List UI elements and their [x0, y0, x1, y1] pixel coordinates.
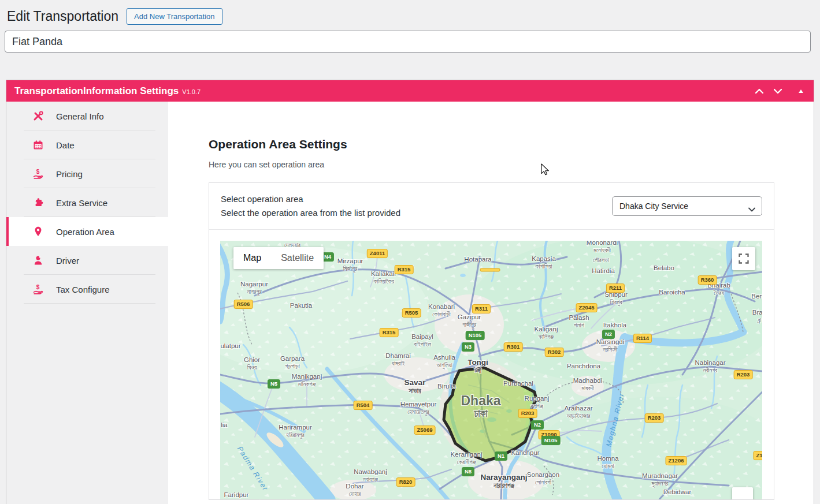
map-label: Shibpurশিবপুর	[604, 291, 628, 305]
map-label: Purbachal	[503, 380, 533, 387]
road-badge: Z1206	[666, 456, 687, 465]
map-label: Meghna River	[604, 392, 626, 447]
metabox-header[interactable]: TransportationInformation SettingsV1.0.7	[6, 80, 814, 102]
map-label: Kaliakairকালিয়াকৈর	[371, 270, 396, 285]
settings-sidebar: General Info Date $	[6, 102, 168, 504]
map-label: Nawabganjনবাবগঞ্জ	[354, 468, 387, 483]
sidebar-item-label: Tax Configure	[56, 285, 110, 294]
map-label: Homnaহোমনা	[597, 455, 618, 469]
map-label: Palashপলাশ	[569, 314, 589, 328]
select-area-row: Select operation area Select the operati…	[209, 183, 774, 230]
road-badge: R114	[633, 334, 652, 343]
road-badge: R505	[402, 308, 421, 318]
wp-edit-transportation-screen: Edit Transportation Add New Transportati…	[0, 0, 820, 504]
map-label: Keraniganjকেরানীগঞ্জ	[451, 451, 483, 465]
map-label: Doharদোহার	[346, 483, 363, 497]
sidebar-item-extra-service[interactable]: Extra Service	[6, 188, 168, 217]
sidebar-item-general-info[interactable]: General Info	[6, 102, 168, 130]
puzzle-icon	[32, 197, 44, 208]
metabox-version: V1.0.7	[182, 88, 201, 95]
map-label: Ghiorঘিওর	[244, 356, 260, 371]
map-label: Brahব্রা	[752, 309, 762, 323]
hand-dollar-icon: $	[32, 168, 44, 180]
move-up-icon[interactable]	[755, 88, 764, 95]
map-control-partial[interactable]	[732, 487, 753, 499]
sidebar-item-date[interactable]: Date	[6, 130, 168, 159]
panel-subheading: Here you can set operation area	[209, 160, 814, 169]
sidebar-item-label: Extra Service	[56, 198, 107, 208]
sidebar-item-pricing[interactable]: $ Pricing	[6, 159, 168, 188]
toggle-panel-icon[interactable]	[796, 88, 806, 95]
map-label: Harirampurহরিরামপুর	[279, 424, 312, 438]
road-badge: R301	[504, 342, 523, 352]
road-badge: Z4011	[367, 249, 388, 258]
map-label: Kanchpur	[511, 449, 539, 457]
road-badge: R311	[472, 304, 491, 313]
map-type-control: Map Satellite	[233, 247, 324, 269]
sidebar-item-operation-area[interactable]: Operation Area	[6, 217, 168, 246]
page-title: Edit Transportation	[7, 9, 118, 24]
map-label: Itakhola	[603, 322, 626, 329]
map-label: Madhabdiমাধবদী	[573, 377, 603, 391]
road-badge: R315	[380, 328, 399, 337]
panel-heading: Operation Area Settings	[209, 137, 814, 151]
road-badge: N2	[531, 420, 544, 430]
road-badge: R504	[354, 401, 373, 410]
map-label: Mirzapurমির্জাপুর	[337, 257, 363, 272]
road-badge: N3	[462, 342, 474, 352]
map-label: Nabinagarনবীনগর	[695, 359, 725, 374]
map-label: Araihazarআড়াইহাজার	[564, 405, 592, 419]
sidebar-item-label: Date	[56, 140, 75, 150]
operation-area-select[interactable]: Dhaka City Service	[612, 196, 762, 216]
satellite-view-button[interactable]: Satellite	[271, 247, 324, 269]
sidebar-item-label: General Info	[56, 111, 104, 121]
map-label: lia	[221, 421, 228, 429]
transportation-name-input[interactable]	[5, 31, 811, 53]
map-label: Narayanganjনারায়ণগঞ্জ	[480, 473, 527, 490]
map-label: পৌরসভা	[593, 256, 609, 263]
sidebar-item-driver[interactable]: Driver	[6, 246, 168, 275]
map-label: Monohardiমনোহরদী	[587, 241, 618, 254]
road-badge: N105	[466, 331, 485, 340]
select-area-label: Select operation area	[221, 192, 400, 206]
road-badge: R315	[395, 265, 414, 274]
sidebar-item-label: Driver	[56, 256, 79, 266]
map-label: Dhakaঢাকা	[461, 393, 500, 420]
road-badge: N105	[541, 436, 561, 445]
map-label: Kaliganjকালিগঞ্জ	[535, 326, 558, 340]
fullscreen-button[interactable]	[732, 247, 755, 270]
map-label: Debidwar	[663, 488, 692, 496]
map-label: Kapasiaকাপাসিয়া	[532, 255, 556, 270]
road-badge: R203	[518, 409, 537, 418]
map-labels-layer: দেলদুয়ারMirzapurমির্জাপুরKaliakairকালিয…	[220, 241, 762, 499]
map-label: Panchdona	[567, 363, 600, 370]
road-badge: Z2045	[576, 303, 598, 312]
map-label: Belabo	[654, 264, 674, 272]
map-label: ulatpur	[220, 342, 240, 350]
map-label: Berto	[751, 293, 762, 300]
map-label: Konabariকোনাবাড়ী	[428, 303, 455, 318]
map-label: Faridpur	[224, 491, 249, 499]
map-label: Baroicha	[659, 289, 685, 296]
move-down-icon[interactable]	[773, 88, 782, 95]
metabox-title: TransportationInformation SettingsV1.0.7	[14, 85, 201, 97]
map-canvas[interactable]: দেলদুয়ারMirzapurমির্জাপুরKaliakairকালিয…	[220, 241, 762, 499]
calendar-icon	[32, 139, 44, 151]
map-view-button[interactable]: Map	[233, 247, 271, 269]
selected-area-value: Dhaka City Service	[619, 201, 688, 211]
map-label: Garparaগড়পাড়া	[280, 355, 305, 369]
sidebar-item-tax-configure[interactable]: $ Tax Configure	[6, 275, 168, 304]
map-label: Sonargaonসোনারগাঁ	[527, 471, 559, 486]
map-label: Nagarpurনাগরপুর	[240, 281, 268, 295]
svg-text:$: $	[36, 169, 40, 175]
hand-dollar-icon: $	[32, 283, 44, 295]
map-label: Savarসাভার	[405, 378, 426, 395]
transportation-settings-metabox: TransportationInformation SettingsV1.0.7	[6, 80, 814, 504]
road-badge: N2	[602, 330, 615, 339]
map-label: Ashuliaআশুলিয়া	[433, 354, 455, 368]
map-label: Manikganjমানিকগঞ্জ	[292, 373, 322, 387]
operation-area-panel: Operation Area Settings Here you can set…	[168, 102, 814, 504]
page-header: Edit Transportation Add New Transportati…	[0, 0, 820, 25]
metabox-body: General Info Date $	[6, 102, 814, 504]
add-new-transportation-button[interactable]: Add New Transportation	[127, 8, 222, 25]
